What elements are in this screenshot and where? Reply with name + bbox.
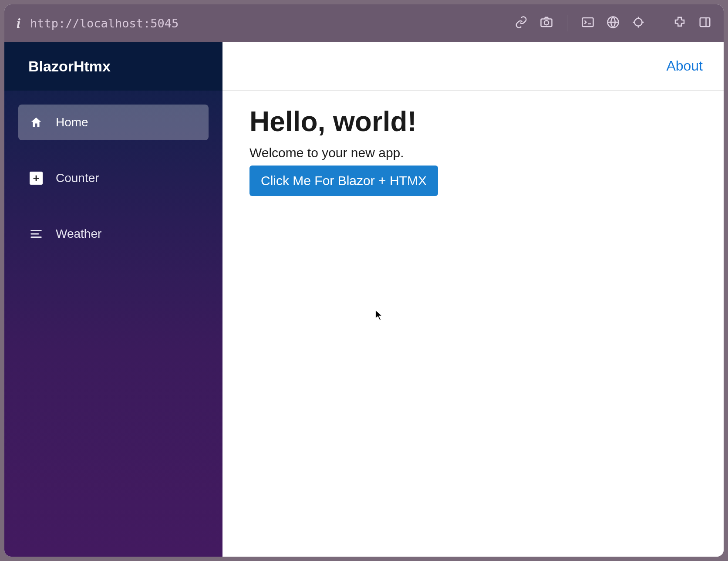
page-content: Hello, world! Welcome to your new app. C… [222,91,724,211]
page-title: Hello, world! [249,105,697,138]
extensions-icon[interactable] [673,16,686,30]
panel-icon[interactable] [698,16,711,30]
sidebar: BlazorHtmx Home + Counter [4,42,222,557]
terminal-icon[interactable] [581,16,594,30]
brand-title: BlazorHtmx [28,58,111,75]
sidebar-item-label: Home [56,115,88,129]
brand[interactable]: BlazorHtmx [4,42,222,91]
sidebar-item-label: Weather [56,227,101,241]
camera-icon[interactable] [540,16,553,30]
url-text[interactable]: http://localhost:5045 [30,17,505,30]
sidebar-item-counter[interactable]: + Counter [18,160,209,196]
link-icon[interactable] [515,16,528,30]
sidebar-item-label: Counter [56,171,99,185]
sidebar-item-home[interactable]: Home [18,105,209,140]
toolbar-divider [567,15,567,31]
list-icon [29,226,44,241]
home-icon [29,115,44,130]
target-icon[interactable] [632,16,645,30]
plus-icon: + [29,171,44,186]
sidebar-item-weather[interactable]: Weather [18,216,209,252]
welcome-text: Welcome to your new app. [249,145,697,160]
svg-point-4 [634,18,642,26]
globe-icon[interactable] [607,16,620,30]
sidebar-nav: Home + Counter Weather [4,91,222,252]
content-area: BlazorHtmx Home + Counter [4,42,724,557]
svg-rect-5 [700,18,710,27]
browser-window: i http://localhost:5045 [4,4,724,557]
toolbar-divider [659,15,659,31]
svg-point-1 [544,20,549,25]
click-me-button[interactable]: Click Me For Blazor + HTMX [249,166,438,196]
browser-toolbar [515,15,711,31]
about-link[interactable]: About [666,58,703,74]
svg-rect-2 [583,18,593,27]
info-icon[interactable]: i [17,15,20,31]
main: About Hello, world! Welcome to your new … [222,42,724,557]
top-row: About [222,42,724,91]
address-bar: i http://localhost:5045 [4,4,724,42]
